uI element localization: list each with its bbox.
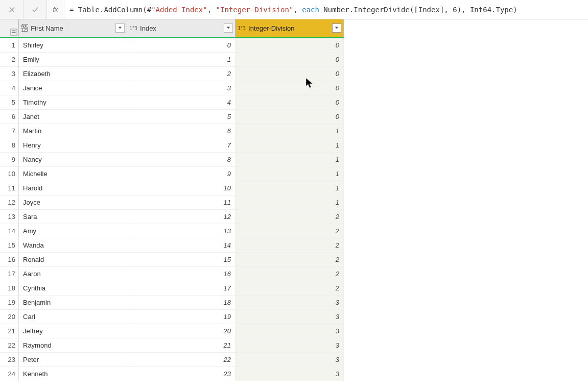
cell-integer-division[interactable]: 1: [236, 181, 344, 195]
row-number[interactable]: 19: [0, 296, 19, 310]
cell-index[interactable]: 0: [127, 38, 236, 53]
row-number[interactable]: 16: [0, 253, 19, 267]
cell-first-name[interactable]: Wanda: [19, 238, 127, 253]
cell-index[interactable]: 8: [127, 153, 236, 167]
cell-first-name[interactable]: Harold: [19, 181, 127, 195]
row-number[interactable]: 7: [0, 124, 19, 138]
cell-index[interactable]: 12: [127, 210, 236, 224]
cell-first-name[interactable]: Jeffrey: [19, 324, 127, 338]
row-number[interactable]: 5: [0, 95, 19, 110]
cell-index[interactable]: 15: [127, 253, 236, 267]
cell-integer-division[interactable]: 3: [236, 296, 344, 310]
cell-index[interactable]: 17: [127, 281, 236, 296]
cell-integer-division[interactable]: 1: [236, 195, 344, 210]
cell-integer-division[interactable]: 0: [236, 38, 344, 53]
row-number[interactable]: 8: [0, 138, 19, 153]
cell-index[interactable]: 10: [127, 181, 236, 195]
filter-button[interactable]: [224, 23, 233, 33]
filter-button[interactable]: [115, 23, 125, 33]
cell-first-name[interactable]: Michelle: [19, 167, 127, 181]
cell-integer-division[interactable]: 2: [236, 210, 344, 224]
cell-first-name[interactable]: Aaron: [19, 267, 127, 281]
cell-index[interactable]: 23: [127, 367, 236, 381]
cell-first-name[interactable]: Joyce: [19, 195, 127, 210]
row-number[interactable]: 21: [0, 324, 19, 338]
row-number[interactable]: 22: [0, 338, 19, 353]
cell-integer-division[interactable]: 3: [236, 367, 344, 381]
cell-integer-division[interactable]: 3: [236, 324, 344, 338]
row-number[interactable]: 14: [0, 224, 19, 238]
cell-integer-division[interactable]: 3: [236, 353, 344, 367]
row-number[interactable]: 15: [0, 238, 19, 253]
cell-index[interactable]: 14: [127, 238, 236, 253]
cell-first-name[interactable]: Elizabeth: [19, 67, 127, 81]
cell-index[interactable]: 5: [127, 110, 236, 124]
cell-first-name[interactable]: Carl: [19, 310, 127, 324]
cell-index[interactable]: 20: [127, 324, 236, 338]
column-header-integer-division[interactable]: 1²3 Integer-Division: [236, 19, 344, 38]
cell-first-name[interactable]: Ronald: [19, 253, 127, 267]
cell-index[interactable]: 1: [127, 53, 236, 67]
cell-integer-division[interactable]: 3: [236, 310, 344, 324]
cell-first-name[interactable]: Amy: [19, 224, 127, 238]
cell-index[interactable]: 9: [127, 167, 236, 181]
row-number[interactable]: 12: [0, 195, 19, 210]
row-number[interactable]: 24: [0, 367, 19, 381]
cell-integer-division[interactable]: 1: [236, 124, 344, 138]
cell-first-name[interactable]: Cynthia: [19, 281, 127, 296]
cell-index[interactable]: 6: [127, 124, 236, 138]
column-header-first-name[interactable]: ABC123 First Name: [19, 19, 127, 38]
cell-integer-division[interactable]: 0: [236, 95, 344, 110]
row-number[interactable]: 6: [0, 110, 19, 124]
cell-index[interactable]: 21: [127, 338, 236, 353]
row-number[interactable]: 9: [0, 153, 19, 167]
formula-input[interactable]: = Table.AddColumn(#"Added Index", "Integ…: [64, 0, 588, 19]
cell-index[interactable]: 18: [127, 296, 236, 310]
row-number[interactable]: 3: [0, 67, 19, 81]
row-number[interactable]: 18: [0, 281, 19, 296]
cell-index[interactable]: 7: [127, 138, 236, 153]
row-number[interactable]: 20: [0, 310, 19, 324]
cell-integer-division[interactable]: 2: [236, 281, 344, 296]
select-all-corner[interactable]: [0, 19, 19, 38]
cell-first-name[interactable]: Emily: [19, 53, 127, 67]
row-number[interactable]: 4: [0, 81, 19, 95]
cell-first-name[interactable]: Janet: [19, 110, 127, 124]
cell-integer-division[interactable]: 1: [236, 138, 344, 153]
row-number[interactable]: 1: [0, 38, 19, 53]
cell-index[interactable]: 11: [127, 195, 236, 210]
cell-index[interactable]: 22: [127, 353, 236, 367]
cell-integer-division[interactable]: 2: [236, 267, 344, 281]
cell-first-name[interactable]: Henry: [19, 138, 127, 153]
cell-integer-division[interactable]: 1: [236, 167, 344, 181]
row-number[interactable]: 2: [0, 53, 19, 67]
cell-integer-division[interactable]: 1: [236, 153, 344, 167]
row-number[interactable]: 10: [0, 167, 19, 181]
row-number[interactable]: 17: [0, 267, 19, 281]
cell-index[interactable]: 4: [127, 95, 236, 110]
cell-first-name[interactable]: Raymond: [19, 338, 127, 353]
cell-first-name[interactable]: Janice: [19, 81, 127, 95]
row-number[interactable]: 23: [0, 353, 19, 367]
cell-index[interactable]: 13: [127, 224, 236, 238]
cell-index[interactable]: 2: [127, 67, 236, 81]
cell-integer-division[interactable]: 3: [236, 338, 344, 353]
confirm-formula-button[interactable]: [23, 0, 47, 19]
cell-first-name[interactable]: Martin: [19, 124, 127, 138]
column-header-index[interactable]: 1²3 Index: [127, 19, 236, 38]
row-number[interactable]: 11: [0, 181, 19, 195]
cell-first-name[interactable]: Sara: [19, 210, 127, 224]
cell-integer-division[interactable]: 2: [236, 224, 344, 238]
cell-integer-division[interactable]: 2: [236, 253, 344, 267]
cell-first-name[interactable]: Peter: [19, 353, 127, 367]
cell-integer-division[interactable]: 0: [236, 67, 344, 81]
cell-index[interactable]: 19: [127, 310, 236, 324]
cell-index[interactable]: 3: [127, 81, 236, 95]
cell-first-name[interactable]: Shirley: [19, 38, 127, 53]
cell-first-name[interactable]: Kenneth: [19, 367, 127, 381]
row-number[interactable]: 13: [0, 210, 19, 224]
cell-integer-division[interactable]: 0: [236, 81, 344, 95]
fx-icon[interactable]: fx: [47, 0, 64, 19]
cell-integer-division[interactable]: 2: [236, 238, 344, 253]
cell-integer-division[interactable]: 0: [236, 53, 344, 67]
